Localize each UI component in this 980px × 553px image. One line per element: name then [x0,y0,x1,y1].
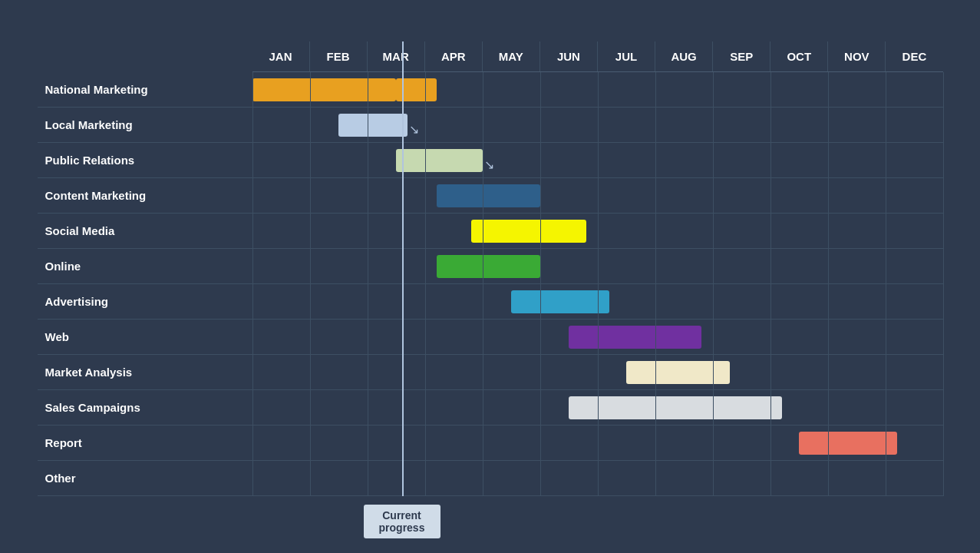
col-line [943,72,944,496]
row-labels: National MarketingLocal MarketingPublic … [38,41,252,496]
gantt-bar [338,114,408,137]
month-header-nov: NOV [828,41,886,71]
row-label-4: Social Media [38,214,252,249]
col-line [483,72,483,496]
gantt-bar [569,396,782,419]
gantt-rows: Currentprogress↘↘ [252,72,943,496]
gantt-bar [471,220,586,243]
col-line [713,72,714,496]
col-line [655,72,656,496]
col-line [828,72,829,496]
row-label-9: Sales Campaigns [38,390,252,426]
row-label-5: Online [38,249,252,284]
gantt-bar [569,326,701,349]
row-label-0: National Marketing [38,72,252,108]
month-header-jul: JUL [598,41,655,71]
col-line [425,72,426,496]
chart-container: National MarketingLocal MarketingPublic … [22,11,959,542]
gantt-bar [626,361,730,384]
progress-label: Currentprogress [364,505,441,538]
month-header-jan: JAN [252,41,310,71]
gantt-bar [799,432,897,455]
month-header-may: MAY [483,41,540,71]
row-label-3: Content Marketing [38,178,252,214]
month-header-jun: JUN [540,41,598,71]
gantt-bar [396,149,483,172]
month-header-apr: APR [425,41,483,71]
month-header-aug: AUG [655,41,713,71]
col-line [368,72,368,496]
row-label-11: Other [38,461,252,496]
col-line [886,72,886,496]
row-label-1: Local Marketing [38,108,252,143]
row-label-8: Market Analysis [38,355,252,390]
row-label-7: Web [38,320,252,355]
col-line [540,72,541,496]
col-line [770,72,771,496]
gantt-bar [252,78,397,101]
row-labels-list: National MarketingLocal MarketingPublic … [38,72,252,496]
col-line [310,72,311,496]
col-line [598,72,599,496]
chart-grid: National MarketingLocal MarketingPublic … [38,41,943,496]
row-label-6: Advertising [38,284,252,320]
row-label-2: Public Relations [38,143,252,178]
col-line [252,72,253,496]
gantt-bar [437,184,540,207]
month-header-sep: SEP [713,41,770,71]
month-header-oct: OCT [770,41,828,71]
gantt-bar [437,255,540,278]
gantt-bar [511,290,609,313]
row-label-10: Report [38,426,252,461]
month-header-dec: DEC [886,41,942,71]
month-headers: JANFEBMARAPRMAYJUNJULAUGSEPOCTNOVDEC [252,41,943,72]
progress-line: Currentprogress [402,41,404,496]
gantt-area: JANFEBMARAPRMAYJUNJULAUGSEPOCTNOVDEC Cur… [252,41,943,496]
row-label-header [38,41,252,72]
arrow-pr: ↘ [484,157,494,172]
arrow-local: ↘ [409,122,419,137]
month-header-mar: MAR [368,41,425,71]
month-header-feb: FEB [310,41,368,71]
